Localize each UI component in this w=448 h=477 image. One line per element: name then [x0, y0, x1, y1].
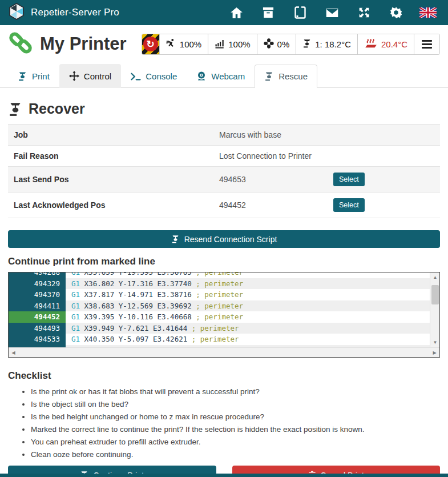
table-row: Job Marcus with base	[8, 125, 440, 146]
fan-icon	[264, 38, 274, 50]
vertical-scroll-thumb[interactable]	[431, 285, 439, 304]
select-last-send-button[interactable]: Select	[333, 173, 365, 186]
bed-temp-value: 20.4°C	[381, 39, 407, 49]
vertical-scrollbar[interactable]: ▲ ▼	[430, 272, 439, 347]
gcode-line[interactable]: 494329 G1 X36.802 Y-17.316 E3.37740 ; pe…	[9, 278, 430, 290]
settings-gear-icon[interactable]	[384, 4, 408, 21]
recover-title: Recover	[29, 101, 85, 117]
line-number: 494288	[9, 272, 66, 278]
printer-tabs: Print Control Console Webcam Rescue	[0, 64, 448, 88]
row-value: 494452	[213, 193, 328, 218]
emergency-stop-icon: ↻	[143, 37, 158, 51]
checklist-item: Marked the correct line to continue the …	[31, 425, 440, 434]
table-row: Last Send Pos 494653 Select	[8, 167, 440, 193]
flow-value: 100%	[228, 39, 250, 49]
heated-bed-icon	[364, 38, 378, 50]
table-row: Last Acknowledged Pos 494452 Select	[8, 193, 440, 218]
fan-status[interactable]: 0%	[257, 34, 296, 54]
scroll-down-icon[interactable]: ▼	[430, 338, 440, 347]
models-icon[interactable]	[288, 4, 312, 21]
row-label: Last Acknowledged Pos	[8, 193, 213, 218]
gcode-line[interactable]: 494411 G1 X38.683 Y-12.569 E3.39692 ; pe…	[9, 300, 430, 312]
tab-control-label: Control	[84, 71, 111, 81]
gcode-section-title: Continue print from marked line	[8, 256, 440, 267]
tab-print-label: Print	[32, 71, 50, 81]
line-number: 494411	[9, 300, 66, 312]
bed-temp-status[interactable]: 20.4°C	[357, 34, 414, 54]
printers-icon[interactable]	[256, 4, 280, 21]
speed-icon	[166, 38, 176, 50]
tab-console-label: Console	[146, 71, 177, 81]
tab-rescue[interactable]: Rescue	[255, 65, 317, 88]
scroll-right-icon[interactable]: ▶	[430, 348, 439, 358]
row-label: Job	[8, 125, 213, 146]
tab-control[interactable]: Control	[59, 64, 121, 88]
tab-print[interactable]: Print	[8, 65, 59, 88]
select-last-ack-button[interactable]: Select	[333, 198, 365, 212]
rescue-panel: Recover Job Marcus with base Fail Reason…	[0, 88, 448, 477]
scroll-left-icon[interactable]: ◀	[9, 348, 18, 358]
line-number: 494370	[9, 289, 66, 300]
fullscreen-icon[interactable]	[352, 4, 376, 21]
tab-console[interactable]: Console	[121, 65, 187, 88]
navbar-icons	[224, 4, 440, 21]
messages-icon[interactable]	[320, 4, 344, 21]
checklist-item: Clean ooze before continuing.	[31, 450, 440, 459]
checklist-item: You can preheat extruder to prefill acti…	[31, 438, 440, 446]
speed-value: 100%	[180, 39, 201, 49]
resend-button-label: Resend Connection Script	[184, 235, 277, 244]
emergency-stop-button[interactable]: ↻	[142, 34, 159, 54]
printer-status-bar: ↻ 100% 100% 0% 1: 18.2°C	[142, 34, 440, 55]
printer-header: My Printer ↻ 100% 100% 0% 1:	[0, 25, 448, 62]
checklist-item: Is the print ok or has it fat blobs that…	[31, 387, 440, 396]
gcode-line-selected[interactable]: 494452 G1 X39.395 Y-10.116 E3.40668 ; pe…	[9, 311, 430, 323]
connection-link-icon	[8, 31, 33, 57]
recover-heading: Recover	[8, 96, 440, 124]
row-value: Lost Connection to Printer	[213, 146, 328, 167]
tab-rescue-label: Rescue	[279, 71, 308, 81]
horizontal-scrollbar[interactable]: ◀ ▶	[9, 347, 439, 357]
brand-title: Repetier-Server Pro	[31, 7, 119, 18]
gcode-line[interactable]: 494288 G1 X35.639 Y-19.595 E3.36765 ; pe…	[9, 272, 430, 278]
recover-table: Job Marcus with base Fail Reason Lost Co…	[8, 124, 440, 218]
line-number: 494533	[9, 334, 66, 345]
fan-value: 0%	[277, 39, 290, 49]
checklist-item: Is the object still on the bed?	[31, 400, 440, 408]
checklist: Is the print ok or has it fat blobs that…	[8, 387, 440, 459]
line-number: 494329	[9, 278, 66, 290]
gcode-viewport[interactable]: 494288 G1 X35.639 Y-19.595 E3.36765 ; pe…	[9, 272, 430, 347]
flow-icon	[215, 38, 225, 50]
row-value: Marcus with base	[213, 125, 328, 146]
checklist-item: Is the bed height unchanged or home to z…	[31, 412, 440, 421]
gcode-line-list: 494288 G1 X35.639 Y-19.595 E3.36765 ; pe…	[8, 272, 440, 358]
table-row: Fail Reason Lost Connection to Printer	[8, 146, 440, 167]
printer-name: My Printer	[40, 34, 127, 54]
repetier-logo-icon	[8, 3, 25, 22]
resend-connection-script-button[interactable]: Resend Connection Script	[8, 230, 440, 248]
tab-webcam[interactable]: Webcam	[187, 64, 255, 88]
line-number: 494493	[9, 323, 66, 334]
footer-bar	[0, 474, 448, 477]
gcode-line[interactable]: 494370 G1 X37.817 Y-14.971 E3.38716 ; pe…	[9, 289, 430, 300]
gcode-line[interactable]: 494493 G1 X39.949 Y-7.621 E3.41644 ; per…	[9, 323, 430, 334]
line-number: 494452	[9, 311, 66, 323]
brand[interactable]: Repetier-Server Pro	[8, 3, 119, 22]
top-navbar: Repetier-Server Pro	[0, 0, 448, 25]
scroll-up-icon[interactable]: ▲	[430, 272, 440, 282]
gcode-line[interactable]: 494533 G1 X40.350 Y-5.097 E3.42621 ; per…	[9, 334, 430, 345]
extruder-temp-status[interactable]: 1: 18.2°C	[296, 34, 357, 54]
row-value: 494653	[213, 167, 328, 193]
tab-webcam-label: Webcam	[211, 71, 245, 81]
checklist-heading: Checklist	[8, 370, 440, 382]
extruder-icon	[302, 39, 312, 50]
flow-status[interactable]: 100%	[208, 34, 256, 54]
printer-menu-button[interactable]	[414, 34, 439, 54]
language-flag-icon[interactable]	[416, 4, 440, 21]
row-label: Last Send Pos	[8, 167, 213, 193]
row-label: Fail Reason	[8, 146, 213, 167]
extruder-temp-value: 1: 18.2°C	[315, 39, 351, 49]
speed-status[interactable]: 100%	[159, 34, 208, 54]
home-icon[interactable]	[224, 4, 248, 21]
